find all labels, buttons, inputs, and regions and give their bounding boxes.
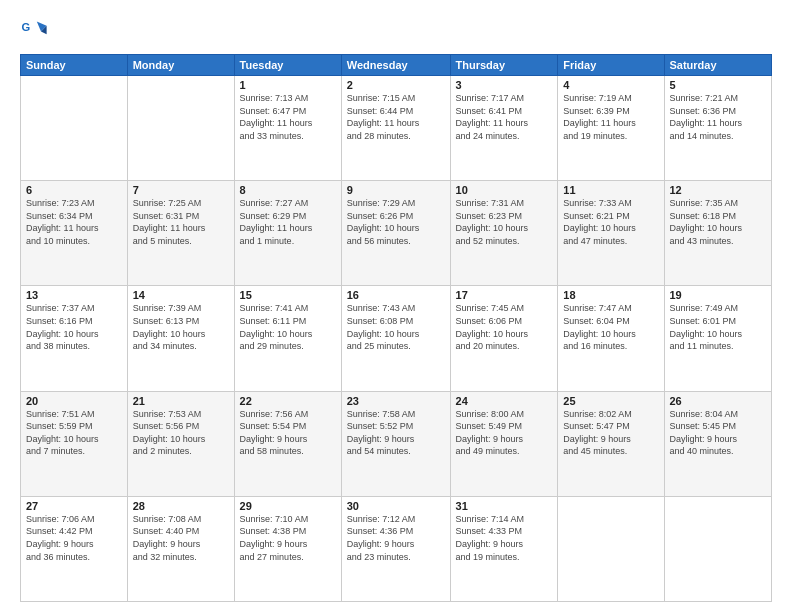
day-cell: 10Sunrise: 7:31 AM Sunset: 6:23 PM Dayli… — [450, 181, 558, 286]
header: G — [20, 16, 772, 44]
day-info: Sunrise: 7:41 AM Sunset: 6:11 PM Dayligh… — [240, 302, 336, 352]
day-cell: 2Sunrise: 7:15 AM Sunset: 6:44 PM Daylig… — [341, 76, 450, 181]
column-header-friday: Friday — [558, 55, 664, 76]
day-cell: 3Sunrise: 7:17 AM Sunset: 6:41 PM Daylig… — [450, 76, 558, 181]
day-cell: 14Sunrise: 7:39 AM Sunset: 6:13 PM Dayli… — [127, 286, 234, 391]
day-cell: 23Sunrise: 7:58 AM Sunset: 5:52 PM Dayli… — [341, 391, 450, 496]
day-cell: 6Sunrise: 7:23 AM Sunset: 6:34 PM Daylig… — [21, 181, 128, 286]
day-info: Sunrise: 7:17 AM Sunset: 6:41 PM Dayligh… — [456, 92, 553, 142]
day-info: Sunrise: 8:00 AM Sunset: 5:49 PM Dayligh… — [456, 408, 553, 458]
day-cell: 4Sunrise: 7:19 AM Sunset: 6:39 PM Daylig… — [558, 76, 664, 181]
column-header-monday: Monday — [127, 55, 234, 76]
day-info: Sunrise: 7:51 AM Sunset: 5:59 PM Dayligh… — [26, 408, 122, 458]
day-number: 1 — [240, 79, 336, 91]
day-cell: 8Sunrise: 7:27 AM Sunset: 6:29 PM Daylig… — [234, 181, 341, 286]
day-number: 17 — [456, 289, 553, 301]
day-info: Sunrise: 8:02 AM Sunset: 5:47 PM Dayligh… — [563, 408, 658, 458]
day-cell: 28Sunrise: 7:08 AM Sunset: 4:40 PM Dayli… — [127, 496, 234, 601]
day-info: Sunrise: 7:31 AM Sunset: 6:23 PM Dayligh… — [456, 197, 553, 247]
day-cell: 13Sunrise: 7:37 AM Sunset: 6:16 PM Dayli… — [21, 286, 128, 391]
week-row-5: 27Sunrise: 7:06 AM Sunset: 4:42 PM Dayli… — [21, 496, 772, 601]
day-cell: 20Sunrise: 7:51 AM Sunset: 5:59 PM Dayli… — [21, 391, 128, 496]
week-row-2: 6Sunrise: 7:23 AM Sunset: 6:34 PM Daylig… — [21, 181, 772, 286]
day-number: 20 — [26, 395, 122, 407]
day-number: 4 — [563, 79, 658, 91]
week-row-3: 13Sunrise: 7:37 AM Sunset: 6:16 PM Dayli… — [21, 286, 772, 391]
day-info: Sunrise: 7:53 AM Sunset: 5:56 PM Dayligh… — [133, 408, 229, 458]
column-header-saturday: Saturday — [664, 55, 772, 76]
day-cell: 29Sunrise: 7:10 AM Sunset: 4:38 PM Dayli… — [234, 496, 341, 601]
day-cell: 11Sunrise: 7:33 AM Sunset: 6:21 PM Dayli… — [558, 181, 664, 286]
day-number: 30 — [347, 500, 445, 512]
day-number: 14 — [133, 289, 229, 301]
page: G SundayMondayTuesdayWednesdayThursdayFr… — [0, 0, 792, 612]
day-number: 12 — [670, 184, 767, 196]
day-number: 26 — [670, 395, 767, 407]
day-cell: 9Sunrise: 7:29 AM Sunset: 6:26 PM Daylig… — [341, 181, 450, 286]
day-cell: 7Sunrise: 7:25 AM Sunset: 6:31 PM Daylig… — [127, 181, 234, 286]
day-info: Sunrise: 7:06 AM Sunset: 4:42 PM Dayligh… — [26, 513, 122, 563]
day-cell: 5Sunrise: 7:21 AM Sunset: 6:36 PM Daylig… — [664, 76, 772, 181]
day-info: Sunrise: 7:47 AM Sunset: 6:04 PM Dayligh… — [563, 302, 658, 352]
day-info: Sunrise: 7:15 AM Sunset: 6:44 PM Dayligh… — [347, 92, 445, 142]
day-info: Sunrise: 7:43 AM Sunset: 6:08 PM Dayligh… — [347, 302, 445, 352]
day-cell: 16Sunrise: 7:43 AM Sunset: 6:08 PM Dayli… — [341, 286, 450, 391]
day-number: 18 — [563, 289, 658, 301]
week-row-1: 1Sunrise: 7:13 AM Sunset: 6:47 PM Daylig… — [21, 76, 772, 181]
day-cell: 22Sunrise: 7:56 AM Sunset: 5:54 PM Dayli… — [234, 391, 341, 496]
day-cell: 25Sunrise: 8:02 AM Sunset: 5:47 PM Dayli… — [558, 391, 664, 496]
day-cell: 17Sunrise: 7:45 AM Sunset: 6:06 PM Dayli… — [450, 286, 558, 391]
day-number: 28 — [133, 500, 229, 512]
day-cell: 19Sunrise: 7:49 AM Sunset: 6:01 PM Dayli… — [664, 286, 772, 391]
column-header-wednesday: Wednesday — [341, 55, 450, 76]
column-header-thursday: Thursday — [450, 55, 558, 76]
day-number: 5 — [670, 79, 767, 91]
day-cell: 21Sunrise: 7:53 AM Sunset: 5:56 PM Dayli… — [127, 391, 234, 496]
calendar-table: SundayMondayTuesdayWednesdayThursdayFrid… — [20, 54, 772, 602]
day-number: 9 — [347, 184, 445, 196]
day-number: 23 — [347, 395, 445, 407]
day-info: Sunrise: 7:29 AM Sunset: 6:26 PM Dayligh… — [347, 197, 445, 247]
day-cell — [558, 496, 664, 601]
column-header-tuesday: Tuesday — [234, 55, 341, 76]
day-number: 11 — [563, 184, 658, 196]
logo-icon: G — [20, 16, 48, 44]
day-cell: 27Sunrise: 7:06 AM Sunset: 4:42 PM Dayli… — [21, 496, 128, 601]
day-cell — [127, 76, 234, 181]
day-cell: 26Sunrise: 8:04 AM Sunset: 5:45 PM Dayli… — [664, 391, 772, 496]
day-cell: 1Sunrise: 7:13 AM Sunset: 6:47 PM Daylig… — [234, 76, 341, 181]
week-row-4: 20Sunrise: 7:51 AM Sunset: 5:59 PM Dayli… — [21, 391, 772, 496]
day-info: Sunrise: 7:45 AM Sunset: 6:06 PM Dayligh… — [456, 302, 553, 352]
day-info: Sunrise: 7:56 AM Sunset: 5:54 PM Dayligh… — [240, 408, 336, 458]
day-info: Sunrise: 7:19 AM Sunset: 6:39 PM Dayligh… — [563, 92, 658, 142]
svg-text:G: G — [21, 21, 30, 33]
day-number: 21 — [133, 395, 229, 407]
calendar-header-row: SundayMondayTuesdayWednesdayThursdayFrid… — [21, 55, 772, 76]
day-cell: 24Sunrise: 8:00 AM Sunset: 5:49 PM Dayli… — [450, 391, 558, 496]
day-number: 25 — [563, 395, 658, 407]
column-header-sunday: Sunday — [21, 55, 128, 76]
day-number: 7 — [133, 184, 229, 196]
day-cell: 18Sunrise: 7:47 AM Sunset: 6:04 PM Dayli… — [558, 286, 664, 391]
day-cell — [21, 76, 128, 181]
day-number: 22 — [240, 395, 336, 407]
day-info: Sunrise: 8:04 AM Sunset: 5:45 PM Dayligh… — [670, 408, 767, 458]
logo: G — [20, 16, 50, 44]
day-info: Sunrise: 7:33 AM Sunset: 6:21 PM Dayligh… — [563, 197, 658, 247]
day-info: Sunrise: 7:58 AM Sunset: 5:52 PM Dayligh… — [347, 408, 445, 458]
day-info: Sunrise: 7:25 AM Sunset: 6:31 PM Dayligh… — [133, 197, 229, 247]
day-info: Sunrise: 7:23 AM Sunset: 6:34 PM Dayligh… — [26, 197, 122, 247]
day-cell — [664, 496, 772, 601]
day-number: 13 — [26, 289, 122, 301]
day-info: Sunrise: 7:39 AM Sunset: 6:13 PM Dayligh… — [133, 302, 229, 352]
day-cell: 15Sunrise: 7:41 AM Sunset: 6:11 PM Dayli… — [234, 286, 341, 391]
day-number: 8 — [240, 184, 336, 196]
day-info: Sunrise: 7:27 AM Sunset: 6:29 PM Dayligh… — [240, 197, 336, 247]
day-info: Sunrise: 7:37 AM Sunset: 6:16 PM Dayligh… — [26, 302, 122, 352]
day-number: 27 — [26, 500, 122, 512]
day-number: 29 — [240, 500, 336, 512]
day-number: 2 — [347, 79, 445, 91]
day-number: 10 — [456, 184, 553, 196]
day-number: 6 — [26, 184, 122, 196]
day-number: 15 — [240, 289, 336, 301]
